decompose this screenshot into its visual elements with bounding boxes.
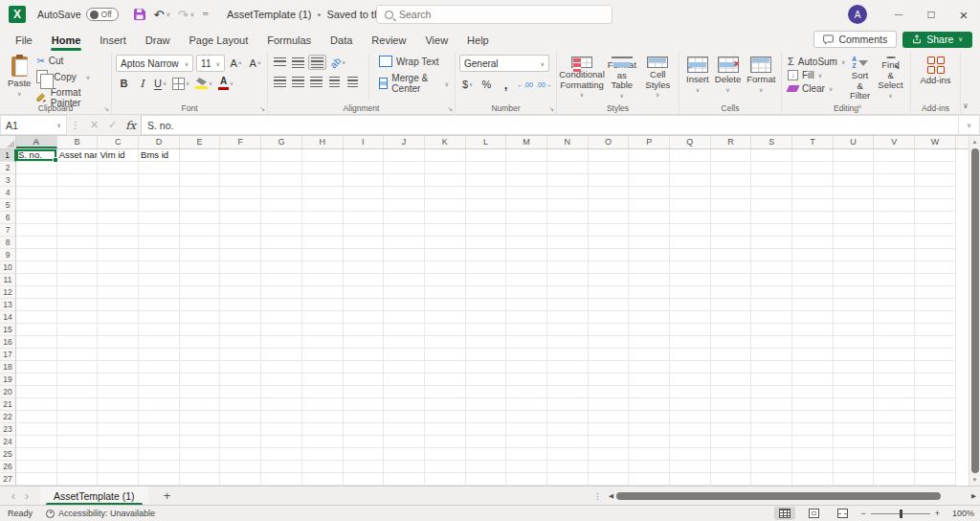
cell-F26[interactable] xyxy=(220,461,261,473)
cell-D26[interactable] xyxy=(139,461,180,473)
cell-H1[interactable] xyxy=(302,149,344,162)
cell-W3[interactable] xyxy=(915,174,956,187)
cell-T25[interactable] xyxy=(792,448,834,461)
cell-J19[interactable] xyxy=(384,374,425,386)
cell-F16[interactable] xyxy=(220,336,261,349)
cell-C15[interactable] xyxy=(98,324,139,336)
cell-O10[interactable] xyxy=(589,261,630,274)
cell-E6[interactable] xyxy=(180,212,221,224)
cell-S23[interactable] xyxy=(751,423,792,436)
cell-W21[interactable] xyxy=(915,398,956,411)
cell-E15[interactable] xyxy=(180,324,221,336)
cell-I1[interactable] xyxy=(344,149,385,162)
cell-S26[interactable] xyxy=(751,461,792,473)
cell-F3[interactable] xyxy=(220,174,261,187)
cell-E24[interactable] xyxy=(180,436,221,448)
cell-W24[interactable] xyxy=(915,436,956,448)
cell-B13[interactable] xyxy=(57,299,99,311)
cell-V26[interactable] xyxy=(874,461,915,473)
cell-G8[interactable] xyxy=(261,237,302,249)
column-header-W[interactable]: W xyxy=(915,136,956,148)
cell-P13[interactable] xyxy=(629,299,670,311)
cell-G25[interactable] xyxy=(261,448,302,461)
wrap-text-button[interactable]: Wrap Text xyxy=(377,55,451,68)
cell-G9[interactable] xyxy=(261,249,302,261)
cell-P17[interactable] xyxy=(629,349,670,361)
cell-E8[interactable] xyxy=(180,237,221,249)
cell-N12[interactable] xyxy=(547,286,589,299)
cell-M17[interactable] xyxy=(506,349,547,361)
cell-N11[interactable] xyxy=(547,274,589,286)
cell-W20[interactable] xyxy=(915,386,956,398)
cell-K24[interactable] xyxy=(425,436,466,448)
cell-R10[interactable] xyxy=(711,261,752,274)
cell-Q2[interactable] xyxy=(670,162,711,174)
cell-L12[interactable] xyxy=(466,286,507,299)
number-format-select[interactable]: General∨ xyxy=(459,55,549,72)
row-header-18[interactable]: 18 xyxy=(0,361,16,374)
cell-R5[interactable] xyxy=(711,199,752,212)
cell-K20[interactable] xyxy=(425,386,466,398)
merge-center-button[interactable]: Merge & Center∨ xyxy=(377,72,451,95)
tab-home[interactable]: Home xyxy=(42,29,91,52)
cell-U18[interactable] xyxy=(834,361,875,374)
cell-K10[interactable] xyxy=(425,261,466,274)
cell-D27[interactable] xyxy=(139,473,180,486)
font-name-select[interactable]: Aptos Narrow∨ xyxy=(116,55,193,72)
cell-D18[interactable] xyxy=(139,361,180,374)
cell-H22[interactable] xyxy=(302,411,344,423)
row-header-25[interactable]: 25 xyxy=(0,448,16,461)
cell-H13[interactable] xyxy=(302,299,344,311)
cell-E1[interactable] xyxy=(180,149,221,162)
cell-N8[interactable] xyxy=(547,237,589,249)
cell-I3[interactable] xyxy=(344,174,385,187)
cell-J5[interactable] xyxy=(384,199,425,212)
column-header-I[interactable]: I xyxy=(344,136,385,148)
cell-O3[interactable] xyxy=(589,174,630,187)
cell-C7[interactable] xyxy=(98,224,139,237)
cell-I13[interactable] xyxy=(344,299,385,311)
cell-R12[interactable] xyxy=(711,286,752,299)
cell-R17[interactable] xyxy=(711,349,752,361)
column-header-D[interactable]: D xyxy=(139,136,180,148)
cell-O8[interactable] xyxy=(589,237,630,249)
cell-U22[interactable] xyxy=(834,411,875,423)
cell-Q25[interactable] xyxy=(670,448,711,461)
cell-A20[interactable] xyxy=(16,386,57,398)
cell-A26[interactable] xyxy=(16,461,57,473)
cell-Q17[interactable] xyxy=(670,349,711,361)
cell-O14[interactable] xyxy=(589,311,630,324)
cell-B27[interactable] xyxy=(57,473,99,486)
cell-I24[interactable] xyxy=(344,436,385,448)
cell-Q5[interactable] xyxy=(670,199,711,212)
cell-M24[interactable] xyxy=(506,436,547,448)
scroll-up-icon[interactable]: ▲ xyxy=(972,136,978,147)
cell-U1[interactable] xyxy=(834,149,875,162)
cell-Q9[interactable] xyxy=(670,249,711,261)
select-all-button[interactable] xyxy=(0,136,16,148)
cell-F12[interactable] xyxy=(220,286,261,299)
cell-M7[interactable] xyxy=(506,224,547,237)
vertical-scrollbar[interactable]: ▲ ▼ xyxy=(969,136,980,486)
zoom-level[interactable]: 100% xyxy=(947,509,974,518)
cell-M14[interactable] xyxy=(506,311,547,324)
row-header-26[interactable]: 26 xyxy=(0,461,16,473)
cell-L24[interactable] xyxy=(466,436,507,448)
cell-L1[interactable] xyxy=(466,149,507,162)
cell-H7[interactable] xyxy=(302,224,344,237)
row-header-10[interactable]: 10 xyxy=(0,261,16,274)
cell-L25[interactable] xyxy=(466,448,507,461)
cell-S1[interactable] xyxy=(751,149,792,162)
cell-K23[interactable] xyxy=(425,423,466,436)
cell-P21[interactable] xyxy=(629,398,670,411)
cell-C20[interactable] xyxy=(98,386,139,398)
cell-F8[interactable] xyxy=(220,237,261,249)
decrease-decimal-button[interactable]: .00→ xyxy=(536,77,552,92)
percent-style-button[interactable]: % xyxy=(479,77,495,92)
cell-Q18[interactable] xyxy=(670,361,711,374)
cell-H18[interactable] xyxy=(302,361,344,374)
cell-K14[interactable] xyxy=(425,311,466,324)
tab-file[interactable]: File xyxy=(6,29,42,52)
cell-H17[interactable] xyxy=(302,349,344,361)
cell-P20[interactable] xyxy=(629,386,670,398)
